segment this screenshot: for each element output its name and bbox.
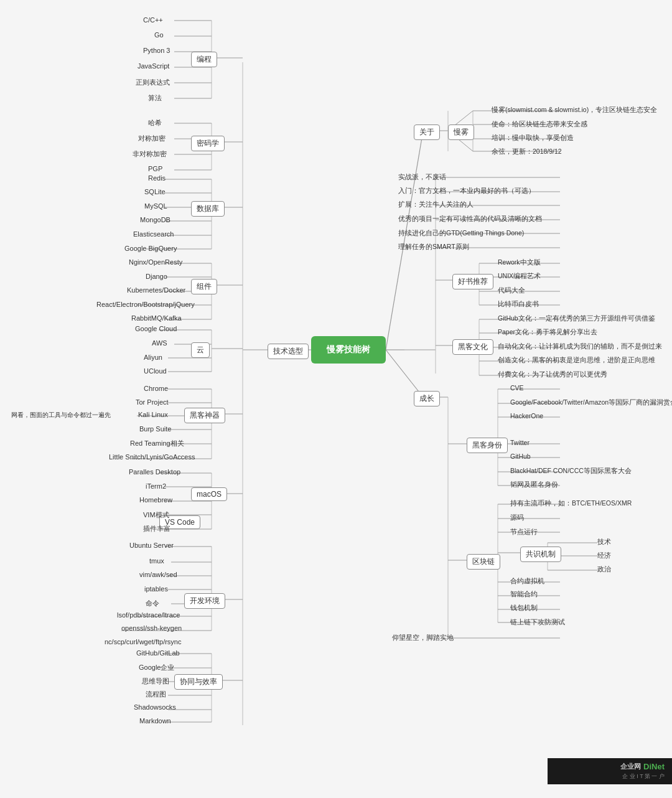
center-node: 慢雾技能树 bbox=[311, 336, 386, 364]
leaf-burp: Burp Suite bbox=[139, 425, 171, 433]
leaf-lsof: lsof/pdb/strace/ltrace bbox=[117, 611, 180, 619]
branch-label-tech-selection: 技术选型 bbox=[268, 344, 309, 359]
leaf-sym: 对称加密 bbox=[138, 134, 166, 143]
leaf-chrome: Chrome bbox=[144, 385, 168, 392]
leaf-aspire: 仰望星空，脚踏实地 bbox=[392, 634, 454, 642]
leaf-ts-3: 扩展：关注牛人关注的人 bbox=[398, 200, 474, 209]
branch-label-collab: 协同与效率 bbox=[174, 674, 223, 690]
connector-lines bbox=[0, 0, 672, 784]
svg-line-4 bbox=[386, 350, 423, 397]
leaf-gcloud: Google Cloud bbox=[135, 325, 177, 332]
leaf-github: GitHub/GitLab bbox=[136, 649, 180, 657]
leaf-vim: VIM模式 bbox=[143, 510, 169, 520]
leaf-parallels: Paralles Desktop bbox=[129, 468, 180, 476]
leaf-js: JavaScript bbox=[138, 62, 169, 70]
leaf-plugins: 插件丰富 bbox=[143, 524, 170, 533]
branch-label-crypto: 密码学 bbox=[191, 136, 225, 151]
leaf-ts-1: 实战派，不废话 bbox=[398, 173, 446, 182]
svg-line-2 bbox=[386, 131, 423, 350]
leaf-ubuntu: Ubuntu Server bbox=[129, 542, 174, 549]
leaf-redteam: Red Teaming相关 bbox=[130, 439, 184, 448]
leaf-consensus-2: 经济 bbox=[597, 552, 611, 560]
leaf-shadowsocks: Shadowsocks bbox=[134, 703, 176, 711]
leaf-hc-4: 创造文化：黑客的初衷是逆向思维，进阶是正向思维 bbox=[498, 356, 655, 365]
leaf-tor: Tor Project bbox=[136, 398, 169, 406]
leaf-python: Python 3 bbox=[143, 47, 170, 54]
leaf-hi-4: Twitter bbox=[510, 439, 530, 446]
leaf-k8s: Kubernetes/Docker bbox=[127, 286, 185, 294]
leaf-django: Django bbox=[146, 273, 167, 280]
mind-map-container: 慢雾技能树 编程 密码学 数据库 组件 云 黑客神器 macOS VS Code… bbox=[0, 0, 672, 784]
leaf-flowchart: 流程图 bbox=[146, 690, 166, 699]
leaf-hash: 哈希 bbox=[148, 118, 162, 128]
leaf-cpp: C/C++ bbox=[143, 16, 163, 24]
leaf-openssl: openssl/ssh-keygen bbox=[121, 624, 182, 632]
branch-label-macos: macOS bbox=[191, 487, 227, 501]
leaf-hi-2: Google/Facebook/Twitter/Amazon等国际厂商的漏洞赏金 bbox=[510, 398, 672, 407]
branch-label-hacker-identity: 黑客身份 bbox=[467, 438, 508, 453]
leaf-about-4: 余弦，更新：2018/9/12 bbox=[492, 148, 562, 156]
leaf-pgp: PGP bbox=[148, 165, 162, 172]
leaf-mongo: MongoDB bbox=[140, 216, 170, 223]
leaf-consensus-3: 政治 bbox=[597, 565, 611, 574]
leaf-homebrew: Homebrew bbox=[139, 496, 172, 504]
leaf-bigquery: Google BigQuery bbox=[124, 245, 177, 252]
branch-label-growth: 成长 bbox=[414, 391, 440, 406]
leaf-regex: 正则表达式 bbox=[136, 78, 170, 87]
branch-label-hacker-culture: 黑客文化 bbox=[452, 339, 493, 355]
leaf-note: 网看，围面的工具与命令都过一遍先 bbox=[11, 411, 111, 420]
branch-label-consensus: 共识机制 bbox=[520, 547, 561, 562]
leaf-redis: Redis bbox=[148, 174, 166, 182]
leaf-ucloud: UCloud bbox=[144, 367, 167, 375]
leaf-markdown: Markdown bbox=[139, 717, 171, 725]
leaf-aws: AWS bbox=[152, 339, 167, 347]
leaf-iptables: iptables bbox=[144, 585, 168, 593]
leaf-asym: 非对称加密 bbox=[133, 149, 167, 159]
leaf-bc-wallet: 钱包机制 bbox=[510, 604, 538, 613]
leaf-hc-5: 付费文化：为了让优秀的可以更优秀 bbox=[498, 370, 607, 379]
leaf-book-1: Rework中文版 bbox=[498, 258, 541, 267]
leaf-vim-awk: vim/awk/sed bbox=[139, 571, 177, 578]
leaf-iterm: iTerm2 bbox=[146, 482, 166, 490]
branch-label-cloud: 云 bbox=[191, 342, 210, 358]
branch-label-about: 关于 bbox=[414, 124, 440, 140]
leaf-kali: Kali Linux bbox=[138, 411, 168, 418]
leaf-nc: nc/scp/curl/wget/ftp/rsync bbox=[105, 638, 182, 645]
leaf-about-2: 使命：给区块链生态带来安全感 bbox=[492, 120, 587, 129]
leaf-sqlite: SQLite bbox=[144, 188, 166, 195]
leaf-cmd-label: 命令 bbox=[146, 599, 159, 608]
leaf-ts-4: 优秀的项目一定有可读性高的代码及清晰的文档 bbox=[398, 215, 542, 223]
leaf-snitch: Little Snitch/Lynis/GoAccess bbox=[109, 453, 195, 461]
branch-label-recommended-books: 好书推荐 bbox=[452, 274, 493, 289]
branch-label-components: 组件 bbox=[191, 279, 217, 294]
leaf-hc-1: GitHub文化：一定有优秀的第三方开源组件可供借鉴 bbox=[498, 314, 655, 323]
branch-label-dev-env: 开发环境 bbox=[184, 593, 225, 609]
branch-label-programming: 编程 bbox=[191, 52, 217, 67]
leaf-book-4: 比特币白皮书 bbox=[498, 300, 539, 309]
leaf-react: React/Electron/Bootstrap/jQuery bbox=[96, 301, 195, 308]
leaf-algo: 算法 bbox=[148, 93, 162, 103]
branch-label-blockchain: 区块链 bbox=[467, 554, 500, 570]
branch-label-database: 数据库 bbox=[191, 201, 225, 217]
leaf-consensus-1: 技术 bbox=[597, 538, 611, 547]
leaf-mindmap: 思维导图 bbox=[142, 677, 169, 686]
leaf-hc-2: Paper文化：勇于将见解分享出去 bbox=[498, 328, 597, 337]
leaf-bc-vm: 合约虚拟机 bbox=[510, 577, 544, 586]
leaf-book-2: UNIX编程艺术 bbox=[498, 272, 541, 281]
leaf-bc-3: 节点运行 bbox=[510, 528, 538, 537]
leaf-elastic: Elasticsearch bbox=[133, 230, 174, 238]
branch-label-manwu: 慢雾 bbox=[448, 124, 474, 140]
leaf-hi-3: HackerOne bbox=[510, 412, 543, 420]
leaf-bc-contract: 智能合约 bbox=[510, 590, 538, 599]
leaf-ts-5: 持续进化自己的GTD(Getting Things Done) bbox=[398, 229, 524, 238]
leaf-about-3: 培训：慢中取快，享受创造 bbox=[492, 134, 574, 143]
branch-label-hacker-tools: 黑客神器 bbox=[184, 408, 225, 423]
leaf-nginx: Nginx/OpenResty bbox=[129, 258, 182, 266]
leaf-ts-2: 入门：官方文档，一本业内最好的书（可选） bbox=[398, 187, 535, 195]
leaf-hc-3: 自动化文化：让计算机成为我们的辅助，而不是倒过来 bbox=[498, 342, 662, 351]
leaf-mysql: MySQL bbox=[144, 202, 167, 210]
leaf-rabbit: RabbitMQ/Kafka bbox=[131, 314, 182, 322]
leaf-ts-6: 理解任务的SMART原则 bbox=[398, 243, 469, 251]
leaf-about-1: 慢雾(slowmist.com & slowmist.io)，专注区块链生态安全 bbox=[492, 106, 657, 115]
leaf-bc-attack: 链上链下攻防测试 bbox=[510, 618, 565, 627]
